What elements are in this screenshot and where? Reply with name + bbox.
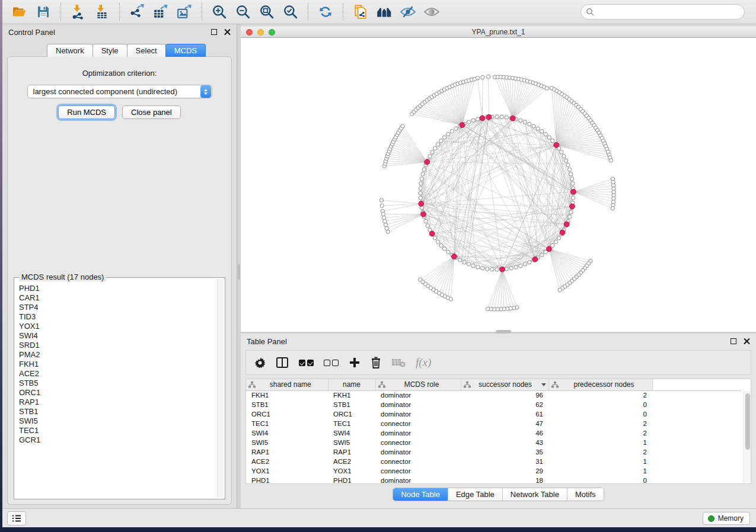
mcds-result-list[interactable]: PHD1CAR1STP4TID3YOX1SWI4SRD1PMA2FKH1ACE2… xyxy=(19,284,216,498)
select-all-icon[interactable] xyxy=(299,360,314,366)
leaf-node[interactable] xyxy=(545,86,548,90)
leaf-node[interactable] xyxy=(558,288,562,291)
leaf-node[interactable] xyxy=(609,159,613,162)
result-item[interactable]: TID3 xyxy=(19,312,216,322)
ring-node[interactable] xyxy=(446,250,450,254)
result-item[interactable]: YOX1 xyxy=(19,322,216,331)
export-network-icon[interactable] xyxy=(128,3,146,21)
tab-mcds[interactable]: MCDS xyxy=(165,44,206,57)
import-network-icon[interactable] xyxy=(69,3,87,21)
result-item[interactable]: GCR1 xyxy=(19,435,216,445)
zoom-selected-icon[interactable] xyxy=(282,3,299,21)
ring-node[interactable] xyxy=(569,210,573,214)
tab-network-table[interactable]: Network Table xyxy=(503,488,567,501)
zoom-out-icon[interactable] xyxy=(234,3,252,21)
ring-node[interactable] xyxy=(547,136,551,139)
column-header-name[interactable]: name xyxy=(328,379,375,390)
ring-node[interactable] xyxy=(528,261,531,264)
ring-node[interactable] xyxy=(560,150,563,154)
ring-node[interactable] xyxy=(519,264,522,268)
clone-network-icon[interactable] xyxy=(352,3,369,21)
scrollbar-thumb[interactable] xyxy=(745,393,750,450)
table-scrollbar[interactable] xyxy=(744,391,750,482)
mcds-hub-node[interactable] xyxy=(425,159,430,165)
column-header-MCDS-role[interactable]: MCDS role xyxy=(375,379,461,390)
float-panel-icon[interactable] xyxy=(731,338,736,344)
ring-node[interactable] xyxy=(569,172,573,176)
ring-node[interactable] xyxy=(424,219,428,223)
ring-node[interactable] xyxy=(540,129,544,133)
ring-node[interactable] xyxy=(458,258,462,262)
ring-node[interactable] xyxy=(495,268,499,271)
table-row[interactable]: PHD1PHD1dominator180 xyxy=(246,476,741,484)
network-graph[interactable] xyxy=(241,38,756,332)
result-item[interactable]: PHD1 xyxy=(19,284,216,293)
ring-node[interactable] xyxy=(419,196,422,200)
search-input[interactable] xyxy=(594,8,744,16)
ring-node[interactable] xyxy=(571,182,575,185)
window-close-icon[interactable] xyxy=(246,29,253,36)
column-header-successor-nodes[interactable]: successor nodes xyxy=(461,379,548,390)
memory-button[interactable]: Memory xyxy=(703,512,750,525)
result-item[interactable]: ACE2 xyxy=(19,369,216,379)
ring-node[interactable] xyxy=(436,143,439,146)
ring-node[interactable] xyxy=(419,187,422,190)
result-item[interactable]: PMA2 xyxy=(19,350,216,360)
result-item[interactable]: STB1 xyxy=(19,407,216,416)
table-row[interactable]: SWI4SWI4dominator462 xyxy=(246,428,741,438)
close-panel-icon[interactable] xyxy=(744,338,750,345)
ring-node[interactable] xyxy=(523,120,527,124)
ring-node[interactable] xyxy=(514,265,518,269)
leaf-node[interactable] xyxy=(419,278,422,281)
ring-node[interactable] xyxy=(544,132,547,136)
ring-node[interactable] xyxy=(481,267,484,270)
mcds-hub-node[interactable] xyxy=(452,254,457,259)
zoom-fit-icon[interactable] xyxy=(258,3,276,21)
close-panel-button[interactable]: Close panel xyxy=(122,105,181,119)
mcds-hub-node[interactable] xyxy=(564,222,569,227)
result-item[interactable]: CAR1 xyxy=(19,293,216,303)
import-table-icon[interactable] xyxy=(93,3,111,21)
ring-node[interactable] xyxy=(419,182,423,185)
leaf-node[interactable] xyxy=(611,207,614,210)
ring-node[interactable] xyxy=(433,146,436,150)
zoom-in-icon[interactable] xyxy=(210,3,228,21)
save-icon[interactable] xyxy=(34,3,52,21)
ring-node[interactable] xyxy=(462,261,466,264)
ring-node[interactable] xyxy=(476,265,480,269)
mcds-hub-node[interactable] xyxy=(532,257,538,262)
ring-node[interactable] xyxy=(523,262,527,266)
mcds-hub-node[interactable] xyxy=(571,189,576,194)
search-field[interactable] xyxy=(580,4,745,20)
leaf-node[interactable] xyxy=(481,75,484,79)
float-panel-icon[interactable] xyxy=(211,29,217,35)
ring-node[interactable] xyxy=(428,155,432,158)
refresh-icon[interactable] xyxy=(317,3,334,21)
mcds-hub-node[interactable] xyxy=(560,230,565,235)
ring-node[interactable] xyxy=(433,236,436,240)
tab-network[interactable]: Network xyxy=(47,44,93,57)
open-icon[interactable] xyxy=(11,3,28,21)
ring-node[interactable] xyxy=(495,115,499,118)
tab-edge-table[interactable]: Edge Table xyxy=(448,488,503,501)
tab-motifs[interactable]: Motifs xyxy=(567,488,604,501)
ring-node[interactable] xyxy=(568,215,572,219)
ring-node[interactable] xyxy=(426,224,429,227)
leaf-node[interactable] xyxy=(486,307,489,310)
table-row[interactable]: YOX1YOX1connector291 xyxy=(246,466,741,476)
column-header-shared-name[interactable]: shared name xyxy=(246,379,328,390)
result-scrollbar[interactable] xyxy=(217,279,224,498)
column-header-predecessor-nodes[interactable]: predecessor nodes xyxy=(548,379,652,390)
ring-node[interactable] xyxy=(443,136,446,139)
leaf-node[interactable] xyxy=(382,216,385,219)
ring-node[interactable] xyxy=(450,129,454,133)
run-mcds-button[interactable]: Run MCDS xyxy=(58,105,115,119)
ring-node[interactable] xyxy=(436,240,439,243)
table-row[interactable]: ORC1ORC1dominator610 xyxy=(246,409,741,419)
mcds-hub-node[interactable] xyxy=(429,231,435,236)
ring-node[interactable] xyxy=(551,243,554,247)
export-table-icon[interactable] xyxy=(152,3,170,21)
ring-node[interactable] xyxy=(570,177,574,181)
ring-node[interactable] xyxy=(454,127,458,130)
table-settings-gear-icon[interactable] xyxy=(254,357,266,368)
